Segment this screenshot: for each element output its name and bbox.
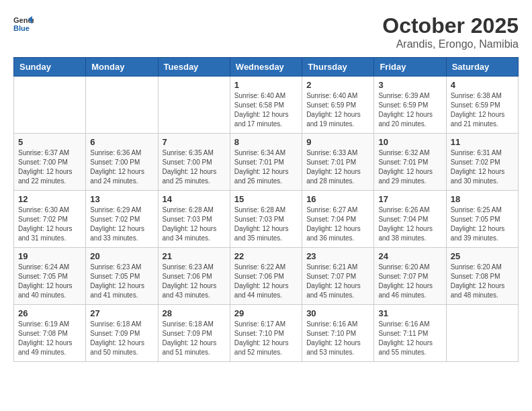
day-number: 23 xyxy=(306,251,369,261)
day-info: Sunrise: 6:24 AM Sunset: 7:05 PM Dayligh… xyxy=(18,263,81,300)
day-number: 12 xyxy=(18,194,81,204)
calendar-cell: 20Sunrise: 6:23 AM Sunset: 7:05 PM Dayli… xyxy=(86,248,158,305)
day-info: Sunrise: 6:29 AM Sunset: 7:02 PM Dayligh… xyxy=(90,205,153,243)
day-number: 7 xyxy=(163,137,226,147)
calendar-cell: 4Sunrise: 6:38 AM Sunset: 6:59 PM Daylig… xyxy=(446,77,518,134)
day-number: 29 xyxy=(234,308,298,318)
day-number: 4 xyxy=(451,80,514,90)
col-header-monday: Monday xyxy=(86,58,158,77)
calendar-cell xyxy=(86,77,158,134)
page-header: General Blue October 2025 Arandis, Erong… xyxy=(13,13,519,50)
calendar-cell: 29Sunrise: 6:17 AM Sunset: 7:10 PM Dayli… xyxy=(230,305,302,362)
logo-icon: General Blue xyxy=(13,13,34,34)
day-number: 5 xyxy=(18,137,81,147)
calendar-cell: 26Sunrise: 6:19 AM Sunset: 7:08 PM Dayli… xyxy=(14,305,86,362)
day-info: Sunrise: 6:18 AM Sunset: 7:09 PM Dayligh… xyxy=(90,320,153,357)
week-row-4: 19Sunrise: 6:24 AM Sunset: 7:05 PM Dayli… xyxy=(14,248,519,305)
logo: General Blue xyxy=(13,13,36,34)
day-number: 11 xyxy=(451,137,514,147)
day-info: Sunrise: 6:39 AM Sunset: 6:59 PM Dayligh… xyxy=(378,91,441,129)
calendar-cell: 28Sunrise: 6:18 AM Sunset: 7:09 PM Dayli… xyxy=(158,305,230,362)
col-header-tuesday: Tuesday xyxy=(158,58,230,77)
day-number: 13 xyxy=(90,194,153,204)
day-info: Sunrise: 6:16 AM Sunset: 7:11 PM Dayligh… xyxy=(378,320,441,357)
calendar-cell: 9Sunrise: 6:33 AM Sunset: 7:01 PM Daylig… xyxy=(302,134,374,191)
day-number: 15 xyxy=(234,194,298,204)
day-number: 14 xyxy=(163,194,226,204)
week-row-2: 5Sunrise: 6:37 AM Sunset: 7:00 PM Daylig… xyxy=(14,134,519,191)
day-info: Sunrise: 6:26 AM Sunset: 7:04 PM Dayligh… xyxy=(378,205,441,243)
title-block: October 2025 Arandis, Erongo, Namibia xyxy=(382,13,519,50)
calendar-cell: 16Sunrise: 6:27 AM Sunset: 7:04 PM Dayli… xyxy=(302,191,374,248)
day-info: Sunrise: 6:28 AM Sunset: 7:03 PM Dayligh… xyxy=(234,205,298,243)
day-number: 26 xyxy=(18,308,81,318)
calendar-cell: 22Sunrise: 6:22 AM Sunset: 7:06 PM Dayli… xyxy=(230,248,302,305)
month-title: October 2025 xyxy=(382,13,519,38)
calendar-cell: 23Sunrise: 6:21 AM Sunset: 7:07 PM Dayli… xyxy=(302,248,374,305)
col-header-wednesday: Wednesday xyxy=(230,58,302,77)
day-info: Sunrise: 6:28 AM Sunset: 7:03 PM Dayligh… xyxy=(163,205,226,243)
calendar-cell xyxy=(158,77,230,134)
day-number: 17 xyxy=(378,194,441,204)
day-number: 19 xyxy=(18,251,81,261)
day-info: Sunrise: 6:23 AM Sunset: 7:06 PM Dayligh… xyxy=(163,263,226,300)
calendar-cell: 25Sunrise: 6:20 AM Sunset: 7:08 PM Dayli… xyxy=(446,248,518,305)
calendar-cell: 19Sunrise: 6:24 AM Sunset: 7:05 PM Dayli… xyxy=(14,248,86,305)
day-info: Sunrise: 6:20 AM Sunset: 7:07 PM Dayligh… xyxy=(378,263,441,300)
calendar-cell: 31Sunrise: 6:16 AM Sunset: 7:11 PM Dayli… xyxy=(374,305,446,362)
day-number: 20 xyxy=(90,251,153,261)
calendar-table: SundayMondayTuesdayWednesdayThursdayFrid… xyxy=(13,57,519,362)
day-info: Sunrise: 6:25 AM Sunset: 7:05 PM Dayligh… xyxy=(451,205,514,243)
calendar-cell: 30Sunrise: 6:16 AM Sunset: 7:10 PM Dayli… xyxy=(302,305,374,362)
calendar-cell: 6Sunrise: 6:36 AM Sunset: 7:00 PM Daylig… xyxy=(86,134,158,191)
day-info: Sunrise: 6:19 AM Sunset: 7:08 PM Dayligh… xyxy=(18,320,81,357)
calendar-cell: 7Sunrise: 6:35 AM Sunset: 7:00 PM Daylig… xyxy=(158,134,230,191)
calendar-cell: 8Sunrise: 6:34 AM Sunset: 7:01 PM Daylig… xyxy=(230,134,302,191)
day-info: Sunrise: 6:16 AM Sunset: 7:10 PM Dayligh… xyxy=(306,320,369,357)
day-info: Sunrise: 6:36 AM Sunset: 7:00 PM Dayligh… xyxy=(90,148,153,186)
col-header-thursday: Thursday xyxy=(302,58,374,77)
calendar-cell: 21Sunrise: 6:23 AM Sunset: 7:06 PM Dayli… xyxy=(158,248,230,305)
calendar-cell: 2Sunrise: 6:40 AM Sunset: 6:59 PM Daylig… xyxy=(302,77,374,134)
day-number: 9 xyxy=(306,137,369,147)
calendar-cell: 17Sunrise: 6:26 AM Sunset: 7:04 PM Dayli… xyxy=(374,191,446,248)
day-number: 22 xyxy=(234,251,298,261)
day-number: 27 xyxy=(90,308,153,318)
day-info: Sunrise: 6:17 AM Sunset: 7:10 PM Dayligh… xyxy=(234,320,298,357)
day-info: Sunrise: 6:38 AM Sunset: 6:59 PM Dayligh… xyxy=(451,91,514,129)
calendar-cell: 12Sunrise: 6:30 AM Sunset: 7:02 PM Dayli… xyxy=(14,191,86,248)
day-number: 6 xyxy=(90,137,153,147)
day-info: Sunrise: 6:18 AM Sunset: 7:09 PM Dayligh… xyxy=(163,320,226,357)
day-info: Sunrise: 6:32 AM Sunset: 7:01 PM Dayligh… xyxy=(378,148,441,186)
calendar-cell: 11Sunrise: 6:31 AM Sunset: 7:02 PM Dayli… xyxy=(446,134,518,191)
day-number: 28 xyxy=(163,308,226,318)
day-number: 21 xyxy=(163,251,226,261)
day-info: Sunrise: 6:27 AM Sunset: 7:04 PM Dayligh… xyxy=(306,205,369,243)
day-number: 2 xyxy=(306,80,369,90)
day-info: Sunrise: 6:37 AM Sunset: 7:00 PM Dayligh… xyxy=(18,148,81,186)
day-info: Sunrise: 6:35 AM Sunset: 7:00 PM Dayligh… xyxy=(163,148,226,186)
calendar-cell: 18Sunrise: 6:25 AM Sunset: 7:05 PM Dayli… xyxy=(446,191,518,248)
day-info: Sunrise: 6:40 AM Sunset: 6:59 PM Dayligh… xyxy=(306,91,369,129)
day-info: Sunrise: 6:21 AM Sunset: 7:07 PM Dayligh… xyxy=(306,263,369,300)
calendar-cell: 13Sunrise: 6:29 AM Sunset: 7:02 PM Dayli… xyxy=(86,191,158,248)
calendar-cell: 10Sunrise: 6:32 AM Sunset: 7:01 PM Dayli… xyxy=(374,134,446,191)
location-title: Arandis, Erongo, Namibia xyxy=(382,38,519,50)
calendar-cell: 5Sunrise: 6:37 AM Sunset: 7:00 PM Daylig… xyxy=(14,134,86,191)
day-number: 1 xyxy=(234,80,298,90)
day-number: 18 xyxy=(451,194,514,204)
day-number: 30 xyxy=(306,308,369,318)
calendar-cell xyxy=(446,305,518,362)
calendar-cell: 14Sunrise: 6:28 AM Sunset: 7:03 PM Dayli… xyxy=(158,191,230,248)
col-header-friday: Friday xyxy=(374,58,446,77)
week-row-5: 26Sunrise: 6:19 AM Sunset: 7:08 PM Dayli… xyxy=(14,305,519,362)
calendar-header-row: SundayMondayTuesdayWednesdayThursdayFrid… xyxy=(14,58,519,77)
col-header-sunday: Sunday xyxy=(14,58,86,77)
day-info: Sunrise: 6:34 AM Sunset: 7:01 PM Dayligh… xyxy=(234,148,298,186)
day-number: 3 xyxy=(378,80,441,90)
day-info: Sunrise: 6:31 AM Sunset: 7:02 PM Dayligh… xyxy=(451,148,514,186)
day-number: 24 xyxy=(378,251,441,261)
day-info: Sunrise: 6:20 AM Sunset: 7:08 PM Dayligh… xyxy=(451,263,514,300)
week-row-1: 1Sunrise: 6:40 AM Sunset: 6:58 PM Daylig… xyxy=(14,77,519,134)
calendar-cell: 24Sunrise: 6:20 AM Sunset: 7:07 PM Dayli… xyxy=(374,248,446,305)
